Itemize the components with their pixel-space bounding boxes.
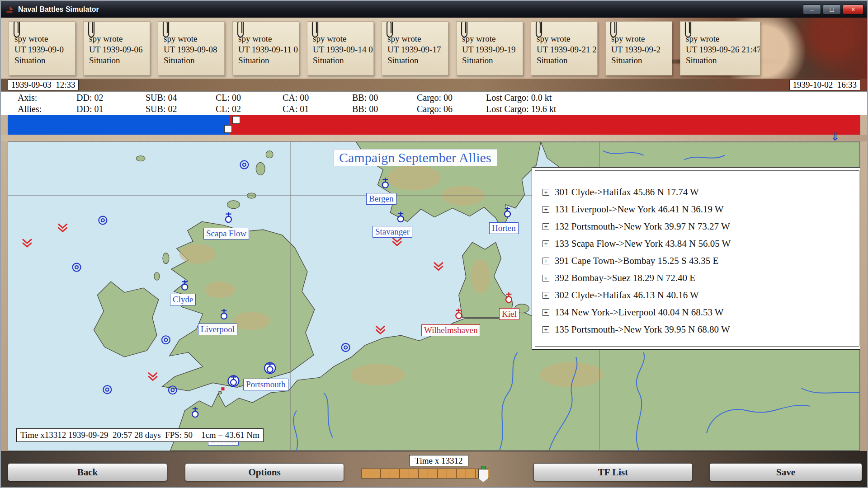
route-row[interactable]: + 135 Portsmouth->New York 39.95 N 68.80… — [542, 321, 859, 338]
stat-cell: DD: 02 — [76, 93, 146, 103]
allies-stats-row: Allies: DD: 01 SUB: 02 CL: 02 CA: 01 BB:… — [1, 103, 867, 115]
tonnage-slider-handle[interactable] — [232, 116, 240, 124]
expand-icon[interactable]: + — [542, 275, 549, 282]
route-row[interactable]: + 132 Portsmouth->New York 39.97 N 73.27… — [542, 218, 859, 235]
expand-icon[interactable]: + — [542, 326, 549, 333]
spy-report-note[interactable]: spy wrote UT 1939-09-2 Situation — [605, 21, 672, 75]
port-label-horten[interactable]: Horten — [489, 222, 519, 234]
ship-marker-allied[interactable] — [382, 178, 388, 188]
stat-cell: CL: 02 — [216, 104, 283, 114]
channel-isle — [218, 391, 222, 394]
timeline-row: 1939-09-03 12:33 1939-10-02 16:33 — [1, 79, 867, 91]
campaign-end-date: 1939-10-02 16:33 — [789, 80, 860, 90]
route-row[interactable]: + 391 Cape Town->Bombay 15.25 S 43.35 E — [542, 252, 859, 269]
spy-report-note[interactable]: spy wrote UT 1939-09-19 Situation — [456, 21, 523, 75]
expand-icon[interactable]: + — [542, 223, 549, 230]
port-label-kiel[interactable]: Kiel — [499, 308, 519, 320]
route-row[interactable]: + 133 Scapa Flow->New York 43.84 N 56.05… — [542, 235, 859, 252]
stat-cell: Axis: — [18, 93, 76, 103]
sim-status-line: Time x13312 1939-09-29 20:57 28 days FPS… — [16, 428, 264, 442]
stat-cell: Cargo: 06 — [417, 104, 486, 114]
spy-report-note[interactable]: spy wrote UT 1939-09-26 21:47 Situation — [680, 21, 760, 75]
port-label-wilhelmshaven[interactable]: Wilhelmshaven — [421, 324, 480, 336]
minimize-button[interactable]: – — [803, 5, 821, 14]
tf-list-button[interactable]: TF List — [533, 463, 693, 481]
stat-cell: DD: 01 — [76, 104, 146, 114]
paperclip-icon — [236, 21, 245, 39]
hebrides-isle — [163, 253, 169, 264]
spy-report-note[interactable]: spy wrote UT 1939-09-08 Situation — [158, 21, 225, 75]
ship-marker-allied[interactable] — [505, 207, 510, 217]
maximize-button[interactable]: □ — [823, 5, 841, 14]
ship-marker-allied-circled[interactable] — [264, 362, 275, 374]
expand-icon[interactable]: + — [542, 258, 549, 264]
expand-icon[interactable]: + — [542, 189, 549, 196]
force-summary: Axis: DD: 02 SUB: 04 CL: 00 CA: 00 BB: 0… — [1, 91, 867, 115]
paperclip-icon — [535, 21, 543, 39]
back-button[interactable]: Back — [8, 463, 167, 481]
map-scroll-row: ⇓ — [1, 135, 867, 141]
ship-marker-allied[interactable] — [221, 309, 227, 319]
route-row[interactable]: + 302 Clyde->Halifax 46.13 N 40.16 W — [542, 286, 859, 304]
port-label-clyde[interactable]: Clyde — [170, 294, 196, 305]
stat-cell: Cargo: 00 — [417, 93, 486, 103]
stat-cell: Allies: — [18, 104, 76, 114]
stat-cell: BB: 00 — [352, 93, 417, 103]
route-row[interactable]: + 301 Clyde->Halifax 45.86 N 17.74 W — [542, 183, 859, 201]
convoy-routes-panel: + 301 Clyde->Halifax 45.86 N 17.74 W + 1… — [532, 167, 860, 350]
stat-cell: BB: 00 — [352, 104, 417, 114]
port-label-stavanger[interactable]: Stavanger — [373, 226, 412, 238]
route-text: 131 Liverpool->New York 46.41 N 36.19 W — [555, 204, 724, 215]
route-text: 391 Cape Town->Bombay 15.25 S 43.35 E — [555, 255, 718, 267]
route-text: 135 Portsmouth->New York 39.95 N 68.80 W — [555, 324, 730, 335]
paperclip-icon — [13, 21, 21, 39]
expand-icon[interactable]: + — [542, 240, 549, 247]
paperclip-icon — [311, 21, 319, 39]
options-button[interactable]: Options — [185, 463, 344, 481]
ship-marker-axis[interactable] — [506, 292, 512, 302]
save-button[interactable]: Save — [709, 463, 862, 481]
spy-report-note[interactable]: spy wrote UT 1939-09-0 Situation — [9, 21, 75, 75]
spy-report-note[interactable]: spy wrote UT 1939-09-17 Situation — [382, 21, 448, 75]
paperclip-icon — [386, 21, 394, 39]
spy-report-note[interactable]: spy wrote UT 1939-09-14 0 Situation — [307, 21, 374, 75]
shetland-isle — [256, 163, 265, 175]
tonnage-bar: UK: 0.66 mt Malta: 0.26 mt — [8, 115, 860, 135]
faroe-isle — [136, 156, 145, 161]
axis-unit-dot[interactable] — [221, 387, 224, 390]
expand-icon[interactable]: + — [542, 206, 549, 213]
spy-report-note[interactable]: spy wrote UT 1939-09-11 0 Situation — [232, 21, 299, 75]
port-label-bergen[interactable]: Bergen — [366, 193, 396, 205]
port-label-liverpool[interactable]: Liverpool — [198, 324, 237, 335]
app-window: Naval Battles Simulator – □ × spy wrote … — [0, 0, 868, 488]
orkney-isle — [227, 201, 240, 209]
spy-report-note[interactable]: spy wrote UT 1939-09-06 Situation — [83, 21, 150, 75]
expand-icon[interactable]: + — [542, 309, 549, 316]
ship-marker-allied[interactable] — [192, 407, 198, 417]
campaign-map[interactable]: Scapa Flow Bergen Stavanger Horten Clyde… — [8, 141, 860, 451]
ship-marker-axis[interactable] — [456, 309, 462, 319]
ship-marker-allied[interactable] — [182, 280, 188, 290]
ship-marker-allied-circled[interactable] — [228, 375, 239, 386]
route-row[interactable]: + 392 Bombay->Suez 18.29 N 72.40 E — [542, 269, 859, 286]
paperclip-icon — [460, 21, 468, 39]
port-label-scapa-flow[interactable]: Scapa Flow — [203, 228, 249, 239]
window-title: Naval Battles Simulator — [18, 5, 803, 14]
spy-report-note[interactable]: spy wrote UT 1939-09-21 2 Situation — [531, 21, 598, 75]
stat-cell: Lost Cargo: 19.6 kt — [486, 104, 867, 114]
stat-cell: Lost Cargo: 0.0 kt — [486, 93, 867, 103]
time-speed-slider-handle[interactable] — [478, 466, 487, 481]
time-speed-slider-track[interactable] — [361, 469, 489, 479]
ship-marker-allied[interactable] — [226, 212, 231, 222]
tonnage-slider-handle[interactable] — [224, 125, 232, 133]
ship-marker-allied[interactable] — [398, 212, 404, 222]
axis-stats-row: Axis: DD: 02 SUB: 04 CL: 00 CA: 00 BB: 0… — [1, 92, 867, 103]
port-label-portsmouth[interactable]: Portsmouth — [243, 379, 288, 390]
stat-cell: SUB: 04 — [146, 93, 216, 103]
stat-cell: CA: 00 — [283, 93, 352, 103]
route-row[interactable]: + 131 Liverpool->New York 46.41 N 36.19 … — [542, 201, 859, 218]
close-button[interactable]: × — [843, 5, 863, 14]
shetland-isle — [266, 151, 273, 158]
expand-icon[interactable]: + — [542, 292, 549, 299]
route-row[interactable]: + 134 New York->Liverpool 40.04 N 68.53 … — [542, 304, 859, 321]
